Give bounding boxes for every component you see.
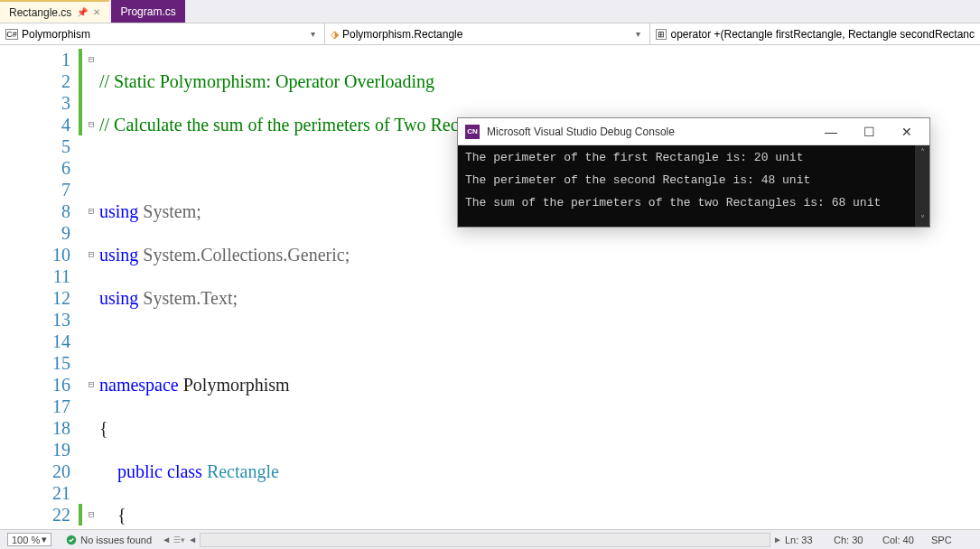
mode-indicator: SPC [931, 535, 971, 545]
chevron-down-icon[interactable]: ▾ [42, 534, 47, 545]
nav-list-icon[interactable]: ☰▾ [173, 535, 185, 544]
scroll-right-icon[interactable]: ► [770, 535, 785, 544]
scroll-up-icon[interactable]: ˄ [920, 145, 925, 160]
pin-icon[interactable]: 📌 [77, 7, 88, 17]
status-bar: 100 %▾ No issues found ◄ ☰▾ ◄ ► Ln: 33 C… [0, 529, 980, 549]
caret-position: Ln: 33 Ch: 30 Col: 40 SPC [785, 535, 980, 545]
line-indicator: Ln: 33 [785, 535, 825, 545]
console-line: The sum of the perimeters of the two Rec… [465, 196, 922, 209]
check-circle-icon [66, 535, 77, 545]
nav-member-label: operator +(Rectangle firstRectangle, Rec… [670, 28, 975, 41]
console-scrollbar[interactable]: ˄ ˅ [915, 145, 929, 227]
char-indicator: Ch: 30 [834, 535, 873, 545]
chevron-down-icon[interactable]: ▾ [307, 29, 319, 39]
horizontal-scrollbar[interactable] [200, 533, 770, 547]
debug-console-window[interactable]: CN Microsoft Visual Studio Debug Console… [457, 117, 930, 228]
console-app-icon: CN [465, 125, 480, 139]
error-status[interactable]: No issues found [59, 535, 159, 545]
tab-label: Program.cs [120, 5, 175, 18]
nav-class[interactable]: ⬗ Polymorphism.Rectangle ▾ [325, 23, 650, 44]
zoom-control[interactable]: 100 %▾ [0, 533, 59, 546]
close-icon[interactable]: ✕ [93, 7, 100, 17]
console-titlebar[interactable]: CN Microsoft Visual Studio Debug Console… [458, 118, 929, 145]
tab-rectangle-cs[interactable]: Rectangle.cs 📌 ✕ [0, 0, 109, 23]
maximize-button[interactable]: ☐ [850, 119, 888, 144]
console-line: The perimeter of the second Rectangle is… [465, 173, 922, 187]
csharp-icon: C# [5, 29, 18, 40]
operator-icon: ⊞ [656, 29, 667, 40]
class-icon: ⬗ [331, 28, 339, 41]
nav-member[interactable]: ⊞ operator +(Rectangle firstRectangle, R… [650, 23, 980, 44]
nav-project[interactable]: C# Polymorphism ▾ [0, 23, 325, 44]
close-button[interactable]: ✕ [888, 119, 926, 144]
line-numbers: 12345678910111213141516171819202122 [0, 45, 78, 533]
scroll-down-icon[interactable]: ˅ [920, 212, 925, 227]
col-indicator: Col: 40 [882, 535, 922, 545]
console-line: The perimeter of the first Rectangle is:… [465, 151, 922, 164]
nav-prev-icon[interactable]: ◄ [159, 535, 173, 544]
navigation-bar: C# Polymorphism ▾ ⬗ Polymorphism.Rectang… [0, 23, 980, 45]
tab-label: Rectangle.cs [9, 6, 71, 19]
outline-collapse[interactable]: ⊟⊟⊟⊟⊟⊟ [83, 45, 99, 533]
nav-class-label: Polymorphism.Rectangle [342, 28, 462, 41]
minimize-button[interactable]: — [812, 119, 850, 144]
scroll-left-icon[interactable]: ◄ [185, 535, 200, 544]
issues-label: No issues found [80, 535, 152, 545]
console-title-text: Microsoft Visual Studio Debug Console [487, 126, 805, 138]
tab-program-cs[interactable]: Program.cs [111, 0, 184, 23]
chevron-down-icon[interactable]: ▾ [632, 29, 644, 39]
document-tabs: Rectangle.cs 📌 ✕ Program.cs [0, 0, 980, 23]
nav-project-label: Polymorphism [22, 28, 90, 41]
console-output[interactable]: The perimeter of the first Rectangle is:… [458, 145, 929, 227]
